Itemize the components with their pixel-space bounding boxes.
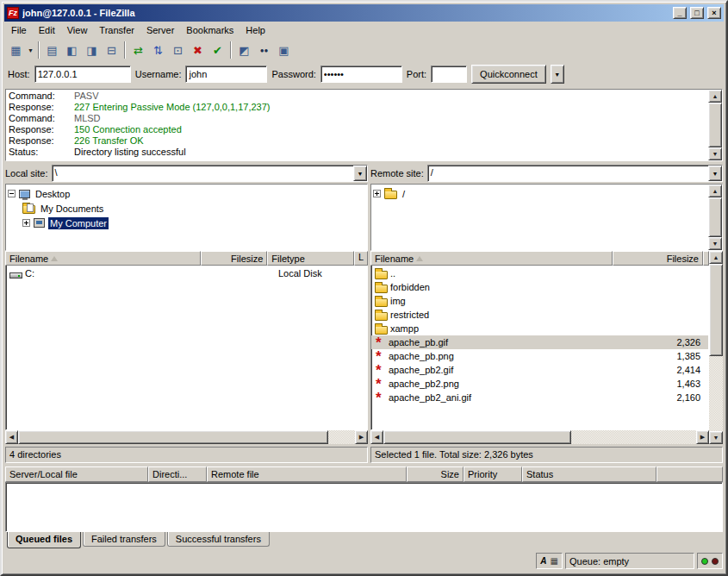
site-manager-dropdown-icon[interactable]: ▼ [26,41,35,59]
filter-button[interactable]: ◩ [234,41,254,59]
remote-file-row[interactable]: apache_pb2.gif2,414 [371,363,708,377]
log-scrollbar[interactable]: ▲ ▼ [708,90,722,160]
synchronized-browsing-button[interactable]: ✔ [208,41,227,59]
chevron-down-icon[interactable]: ▼ [353,166,367,181]
chevron-down-icon[interactable]: ▼ [708,166,722,181]
scroll-track[interactable] [709,264,723,431]
local-list-body[interactable]: C: Local Disk [5,266,368,430]
expand-icon[interactable] [373,190,381,197]
scroll-right-icon[interactable]: ▶ [696,430,709,444]
message-log[interactable]: Command:PASV Response:227 Entering Passi… [5,89,723,161]
queue-column-size[interactable]: Size [407,466,464,482]
expand-icon[interactable] [22,219,30,227]
column-header-filename[interactable]: Filename [5,251,201,266]
remote-file-row[interactable]: forbidden [371,280,708,294]
host-input[interactable] [34,66,131,83]
scroll-thumb[interactable] [709,264,723,356]
scroll-track[interactable] [383,430,696,444]
scroll-track[interactable] [708,103,722,147]
tree-item-my-documents[interactable]: My Documents [8,201,365,216]
tree-item-desktop[interactable]: Desktop [8,186,365,201]
queue-column-priority[interactable]: Priority [464,466,522,482]
tab-queued-files[interactable]: Queued files [7,532,81,548]
remote-file-row[interactable]: apache_pb.png1,385 [371,349,708,363]
minimize-button[interactable]: _ [673,7,687,19]
tab-failed-transfers[interactable]: Failed transfers [83,532,165,547]
tree-item-root[interactable]: / [373,186,706,201]
remote-file-row[interactable]: apache_pb2.png1,463 [371,377,708,391]
scroll-thumb[interactable] [383,430,571,444]
tree-item-my-computer[interactable]: My Computer [8,216,365,230]
scroll-down-icon[interactable]: ▼ [708,237,722,250]
remote-horizontal-scrollbar[interactable]: ◀ ▶ [370,430,709,444]
local-site-combobox[interactable]: \ ▼ [52,165,368,182]
find-files-button[interactable]: ●● [254,41,274,59]
menu-help[interactable]: Help [240,23,271,37]
settings-button[interactable]: ▣ [274,41,294,59]
process-queue-button[interactable]: ⇅ [148,41,168,59]
remote-directory-tree[interactable]: / [371,185,708,250]
scroll-down-icon[interactable]: ▼ [709,431,723,444]
tab-successful-transfers[interactable]: Successful transfers [167,532,270,547]
column-header-last-modified[interactable]: L [354,251,368,266]
queue-column-status[interactable]: Status [522,466,656,482]
scroll-up-icon[interactable]: ▲ [708,185,722,197]
remote-file-row[interactable]: restricted [371,308,708,322]
ascii-mode-icon: A [540,556,546,566]
username-input[interactable] [185,66,267,83]
column-header-filename[interactable]: Filename [370,251,613,266]
quickconnect-button[interactable]: Quickconnect [471,65,546,84]
title-bar[interactable]: Fz john@127.0.0.1 - FileZilla _ □ × [4,4,724,22]
menu-server[interactable]: Server [140,23,180,37]
maximize-button[interactable]: □ [690,7,704,19]
queue-column-remote-file[interactable]: Remote file [207,466,407,482]
local-directory-tree[interactable]: Desktop My Documents My Computer [6,185,367,250]
remote-vertical-scrollbar[interactable]: ▲ ▼ [709,251,723,444]
toggle-remote-tree-button[interactable]: ◨ [82,41,102,59]
queue-column-direction[interactable]: Directi... [148,466,207,482]
scroll-left-icon[interactable]: ◀ [5,430,18,444]
password-input[interactable] [320,66,402,83]
toggle-local-tree-button[interactable]: ◧ [62,41,82,59]
preview-button[interactable]: ⊡ [168,41,188,59]
scroll-down-icon[interactable]: ▼ [708,147,722,160]
remote-site-combobox[interactable]: / ▼ [427,165,723,182]
scroll-right-icon[interactable]: ▶ [355,430,368,444]
menu-transfer[interactable]: Transfer [93,23,140,37]
remote-file-row[interactable]: .. [371,266,708,280]
refresh-button[interactable]: ⇄ [128,41,148,59]
remote-list-body[interactable]: .. forbidden img restricted xampp apache… [370,266,709,430]
remote-tree-scrollbar[interactable]: ▲ ▼ [708,185,722,250]
menu-view[interactable]: View [61,23,94,37]
remote-file-row[interactable]: xampp [371,322,708,335]
column-header-filesize[interactable]: Filesize [201,251,267,266]
menu-edit[interactable]: Edit [33,23,61,37]
scroll-thumb[interactable] [18,430,328,444]
scroll-thumb[interactable] [708,103,722,147]
local-file-row[interactable]: C: Local Disk [6,266,367,280]
scroll-thumb[interactable] [708,197,722,237]
scroll-up-icon[interactable]: ▲ [709,251,723,264]
site-manager-button[interactable]: ▦ [6,41,26,59]
remote-file-row[interactable]: apache_pb2_ani.gif2,160 [371,391,708,404]
column-header-filetype[interactable]: Filetype [267,251,354,266]
menu-bookmarks[interactable]: Bookmarks [180,23,240,37]
transfer-queue-body[interactable] [5,482,723,532]
toggle-transfer-queue-button[interactable]: ⊟ [102,41,121,59]
remote-file-row-selected[interactable]: apache_pb.gif2,326 [371,335,708,349]
scroll-left-icon[interactable]: ◀ [370,430,383,444]
scroll-up-icon[interactable]: ▲ [708,90,722,103]
queue-column-server-local-file[interactable]: Server/Local file [5,466,148,482]
toggle-message-log-button[interactable]: ▤ [42,41,62,59]
quickconnect-dropdown-icon[interactable]: ▼ [551,65,564,84]
cancel-operation-button[interactable]: ✖ [188,41,208,59]
scroll-track[interactable] [708,197,722,237]
column-header-filesize[interactable]: Filesize [613,251,703,266]
port-input[interactable] [431,66,467,83]
local-horizontal-scrollbar[interactable]: ◀ ▶ [5,430,368,444]
close-button[interactable]: × [707,7,721,19]
remote-file-row[interactable]: img [371,294,708,308]
collapse-icon[interactable] [8,190,16,197]
menu-file[interactable]: File [5,23,33,37]
scroll-track[interactable] [18,430,355,444]
